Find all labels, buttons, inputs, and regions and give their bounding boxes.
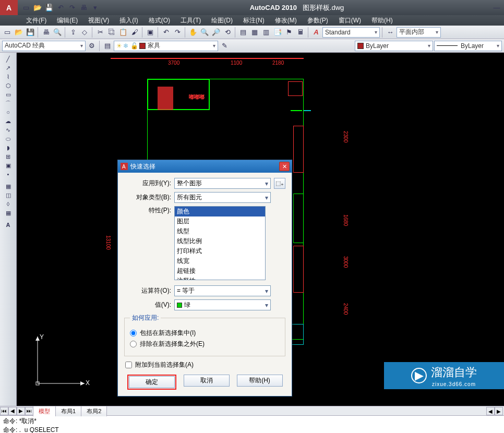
- list-item[interactable]: 线型: [175, 226, 265, 236]
- radio-exclude-input[interactable]: [130, 341, 137, 347]
- match-prop-icon[interactable]: 🖌: [129, 27, 140, 38]
- zoom-win-icon[interactable]: 🔎: [211, 27, 221, 38]
- menu-view[interactable]: 视图(V): [83, 15, 114, 26]
- ellipse-arc-icon[interactable]: ◗: [4, 143, 13, 152]
- open-file-icon[interactable]: 📂: [14, 27, 24, 38]
- value-combo[interactable]: 绿: [174, 299, 271, 310]
- plot-preview-icon[interactable]: 🔍: [52, 27, 63, 38]
- textstyle-combo[interactable]: Standard: [322, 27, 380, 38]
- design-center-icon[interactable]: ▦: [249, 27, 260, 38]
- qat-dropdown-icon[interactable]: ▾: [90, 3, 100, 13]
- menu-format[interactable]: 格式(O): [143, 15, 175, 26]
- circle-icon[interactable]: ○: [4, 108, 13, 116]
- cancel-button[interactable]: 取消: [184, 375, 230, 387]
- color-combo[interactable]: ByLayer: [355, 41, 433, 51]
- append-checkbox-input[interactable]: [125, 362, 132, 368]
- print-icon[interactable]: 🖶: [78, 3, 89, 13]
- tab-layout2[interactable]: 布局2: [81, 406, 107, 416]
- region-icon[interactable]: ◊: [4, 200, 13, 208]
- revcloud-icon[interactable]: ☁: [4, 117, 13, 125]
- layer-props-icon[interactable]: ▤: [102, 41, 113, 51]
- menu-modify[interactable]: 修改(M): [270, 15, 302, 26]
- menu-param[interactable]: 参数(P): [302, 15, 333, 26]
- pan-icon[interactable]: ✋: [188, 27, 198, 38]
- sheet-set-icon[interactable]: 📑: [272, 27, 283, 38]
- close-icon[interactable]: ✕: [279, 162, 290, 171]
- zoom-prev-icon[interactable]: ⟲: [222, 27, 233, 38]
- radio-exclude[interactable]: 排除在新选择集之外(E): [130, 340, 280, 348]
- make-block-icon[interactable]: ▣: [4, 161, 13, 170]
- undo-icon[interactable]: ↶: [55, 3, 66, 13]
- line-icon[interactable]: ╱: [4, 55, 13, 63]
- new-file-icon[interactable]: ▭: [2, 27, 13, 38]
- open-icon[interactable]: 📂: [32, 3, 43, 13]
- minimize-icon[interactable]: —: [491, 3, 502, 13]
- 3ddwf-icon[interactable]: ◇: [79, 27, 90, 38]
- copy-icon[interactable]: ⿻: [106, 27, 117, 38]
- workspace-gear-icon[interactable]: ⚙: [87, 41, 97, 51]
- workspace-combo[interactable]: AutoCAD 经典: [2, 41, 86, 51]
- zoom-rt-icon[interactable]: 🔍: [199, 27, 210, 38]
- properties-icon[interactable]: ▤: [238, 27, 248, 38]
- xline-icon[interactable]: ↗: [4, 64, 13, 72]
- scroll-right-icon[interactable]: ▶: [495, 407, 503, 415]
- menu-edit[interactable]: 编辑(E): [52, 15, 83, 26]
- spline-icon[interactable]: ∿: [4, 126, 13, 134]
- textstyle-icon[interactable]: A: [311, 27, 321, 38]
- redo-icon[interactable]: ↷: [67, 3, 77, 13]
- property-listbox[interactable]: 颜色 图层 线型 线型比例 打印样式 线宽 超链接 注释性: [174, 206, 266, 280]
- layer-combo[interactable]: ☀ ❄ 🔓 家具: [114, 41, 218, 51]
- paste-icon[interactable]: 📋: [118, 27, 128, 38]
- append-checkbox[interactable]: 附加到当前选择集(A): [125, 360, 285, 369]
- hatch-icon[interactable]: ▦: [4, 182, 13, 190]
- redo2-icon[interactable]: ↷: [172, 27, 183, 38]
- select-objects-icon[interactable]: ⬚₊: [274, 178, 285, 189]
- arc-icon[interactable]: ⌒: [4, 99, 13, 107]
- cut-icon[interactable]: ✂: [95, 27, 105, 38]
- table-icon[interactable]: ▦: [4, 209, 13, 217]
- layer-match-icon[interactable]: ✎: [219, 41, 230, 51]
- insert-block-icon[interactable]: ⊞: [4, 152, 13, 161]
- menu-tools[interactable]: 工具(T): [175, 15, 206, 26]
- app-logo[interactable]: A: [0, 0, 18, 15]
- list-item[interactable]: 线宽: [175, 256, 265, 266]
- mtext-icon[interactable]: A: [4, 221, 13, 229]
- plot-icon[interactable]: 🖶: [41, 27, 51, 38]
- menu-dim[interactable]: 标注(N): [238, 15, 270, 26]
- menu-file[interactable]: 文件(F): [21, 15, 52, 26]
- save-icon[interactable]: 💾: [44, 3, 54, 13]
- list-item[interactable]: 颜色: [175, 207, 265, 216]
- tab-first-icon[interactable]: ⏮: [0, 407, 8, 415]
- radio-include[interactable]: 包括在新选择集中(I): [130, 329, 280, 338]
- ok-button[interactable]: 确定: [129, 376, 175, 388]
- tool-palette-icon[interactable]: ▥: [261, 27, 271, 38]
- ellipse-icon[interactable]: ⬭: [4, 135, 13, 143]
- save-file-icon[interactable]: 💾: [25, 27, 35, 38]
- dimstyle-combo[interactable]: 平面内部: [397, 27, 441, 38]
- menu-window[interactable]: 窗口(W): [333, 15, 366, 26]
- scroll-left-icon[interactable]: ◀: [486, 407, 495, 415]
- tab-prev-icon[interactable]: ◀: [8, 407, 17, 415]
- tab-layout1[interactable]: 布局1: [55, 406, 81, 416]
- polygon-icon[interactable]: ⬡: [4, 81, 13, 90]
- apply-to-combo[interactable]: 整个图形: [174, 178, 271, 189]
- dialog-titlebar[interactable]: A 快速选择 ✕: [118, 160, 292, 173]
- gradient-icon[interactable]: ◫: [4, 191, 13, 199]
- tab-model[interactable]: 模型: [33, 406, 56, 416]
- undo2-icon[interactable]: ↶: [161, 27, 171, 38]
- list-item[interactable]: 图层: [175, 216, 265, 226]
- dimstyle-icon[interactable]: ↔: [385, 27, 395, 38]
- drawing-canvas[interactable]: 3700 1100 2180 嘟嘟嘟 2300 13100 1680 3000 …: [17, 53, 504, 406]
- list-item[interactable]: 线型比例: [175, 236, 265, 246]
- radio-include-input[interactable]: [130, 330, 137, 336]
- tab-next-icon[interactable]: ▶: [17, 407, 25, 415]
- help-button[interactable]: 帮助(H): [237, 375, 283, 387]
- menu-draw[interactable]: 绘图(D): [206, 15, 238, 26]
- list-item[interactable]: 超链接: [175, 266, 265, 276]
- list-item[interactable]: 注释性: [175, 276, 265, 280]
- rect-icon[interactable]: ▭: [4, 90, 13, 99]
- markup-icon[interactable]: ⚑: [284, 27, 294, 38]
- publish-icon[interactable]: ⇪: [68, 27, 78, 38]
- linetype-combo[interactable]: ByLayer: [434, 41, 502, 51]
- point-icon[interactable]: •: [4, 170, 13, 178]
